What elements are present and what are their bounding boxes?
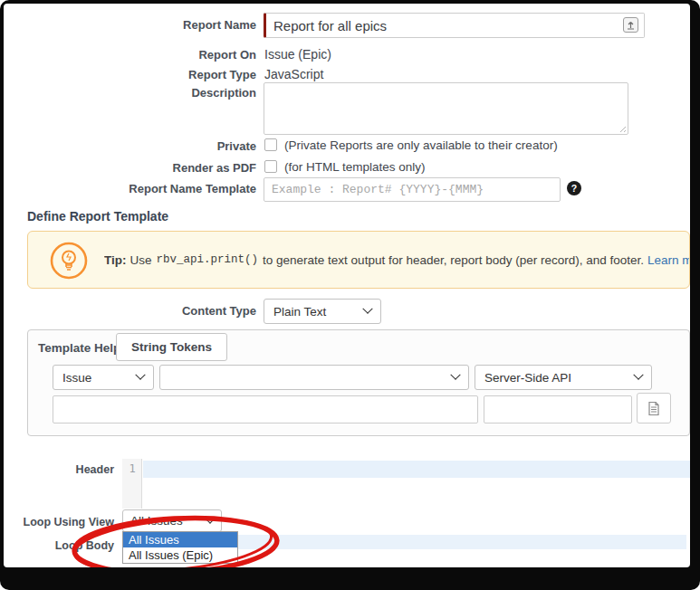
header-label: Header (76, 463, 114, 476)
description-textarea[interactable] (264, 82, 628, 135)
header-code-editor[interactable]: 1 (122, 459, 690, 509)
report-type-value: JavaScript (264, 67, 323, 81)
document-icon (647, 401, 660, 416)
private-label: Private (217, 139, 256, 153)
tip-code: rbv_api.print() (157, 253, 259, 266)
learn-more-link[interactable]: Learn more (647, 253, 689, 267)
chevron-down-icon (633, 370, 643, 380)
lightbulb-icon (50, 242, 88, 280)
help-icon[interactable]: ? (567, 181, 581, 195)
private-note: (Private Reports are only available to t… (284, 138, 558, 152)
token-input[interactable] (53, 395, 478, 423)
tip-box: Tip: Use rbv_api.print() to generate tex… (27, 231, 690, 289)
content-type-value: Plain Text (273, 305, 326, 319)
report-config-form: Report Name Report On Issue (Epic) Repor… (4, 4, 690, 567)
report-type-label: Report Type (188, 68, 256, 81)
report-name-label: Report Name (183, 18, 256, 32)
tip-after-code: to generate text output for header, repo… (263, 253, 644, 267)
render-pdf-note: (for HTML templates only) (284, 160, 426, 174)
text-expander-icon[interactable] (623, 17, 638, 33)
loop-using-view-label: Loop Using View (24, 516, 114, 528)
render-pdf-label: Render as PDF (173, 161, 256, 175)
report-name-template-input[interactable] (264, 177, 561, 202)
entity-select-value: Issue (62, 371, 91, 385)
tip-prefix: Tip: (104, 253, 127, 267)
active-line-highlight (143, 461, 690, 478)
description-label: Description (191, 86, 256, 100)
dropdown-option-all-issues-epic[interactable]: All Issues (Epic) (123, 547, 237, 563)
report-name-template-label: Report Name Template (129, 182, 256, 195)
report-on-value: Issue (Epic) (264, 47, 331, 62)
field-select[interactable] (159, 365, 469, 390)
chevron-down-icon (450, 370, 460, 380)
screenshot-frame: Report Name Report On Issue (Epic) Repor… (0, 0, 700, 590)
render-pdf-checkbox[interactable] (264, 160, 277, 173)
chevron-down-icon (135, 370, 145, 380)
private-checkbox[interactable] (264, 138, 277, 151)
tab-string-tokens[interactable]: String Tokens (116, 333, 227, 361)
tip-before-code: Use (130, 253, 152, 267)
chevron-down-icon (205, 513, 215, 523)
dropdown-option-all-issues[interactable]: All Issues (123, 532, 237, 547)
content-type-label: Content Type (182, 304, 256, 318)
line-number: 1 (122, 462, 142, 475)
resize-handle[interactable] (618, 124, 626, 132)
report-on-label: Report On (198, 48, 256, 62)
tab-string-tokens-label: String Tokens (131, 340, 212, 354)
loop-view-dropdown: All Issues All Issues (Epic) (122, 531, 238, 564)
entity-select[interactable]: Issue (53, 365, 154, 390)
report-name-input[interactable] (264, 13, 645, 38)
chevron-down-icon (362, 304, 372, 314)
token-value-input[interactable] (484, 395, 632, 423)
loop-using-view-select[interactable]: All Issues (122, 509, 222, 532)
api-select[interactable]: Server-Side API (475, 365, 652, 390)
section-heading: Define Report Template (27, 209, 168, 224)
paste-token-button[interactable] (637, 393, 671, 423)
content-type-select[interactable]: Plain Text (264, 299, 381, 324)
loop-body-label: Loop Body (55, 539, 114, 552)
api-select-value: Server-Side API (484, 371, 571, 385)
loop-using-view-value: All Issues (130, 514, 183, 528)
tip-text: Tip: Use rbv_api.print() to generate tex… (104, 232, 689, 288)
